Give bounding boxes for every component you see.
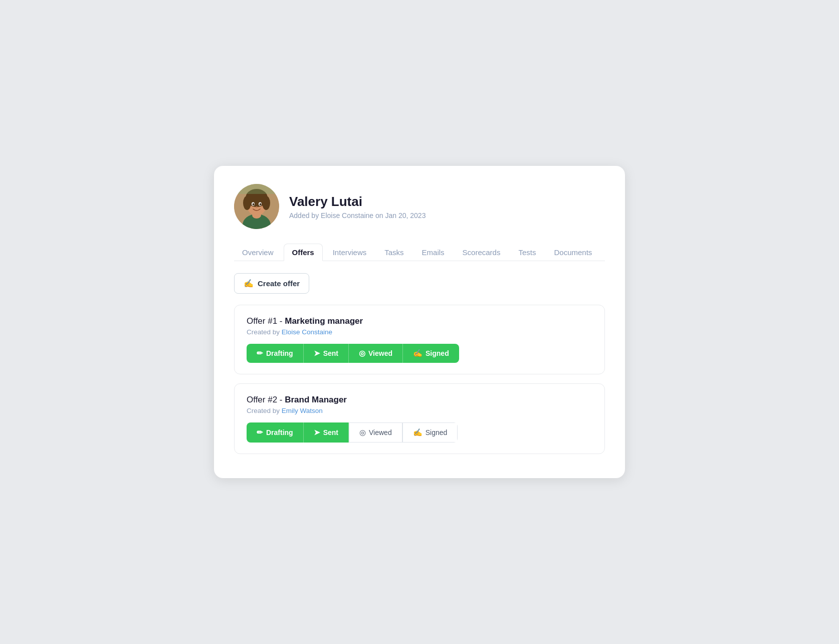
tab-tasks[interactable]: Tasks — [376, 244, 411, 261]
offer-2-role: Brand Manager — [285, 395, 347, 404]
main-card: Valery Lutai Added by Eloise Constaine o… — [214, 166, 625, 478]
drafting-label: Drafting — [266, 349, 293, 357]
profile-subtitle: Added by Eloise Constaine on Jan 20, 202… — [289, 211, 426, 220]
viewed-label-2: Viewed — [369, 428, 392, 437]
create-offer-label: Create offer — [258, 279, 300, 288]
tab-overview[interactable]: Overview — [234, 244, 282, 261]
avatar — [234, 184, 279, 229]
offer-1-step-viewed[interactable]: ◎ Viewed — [349, 344, 403, 363]
offer-1-creator-link[interactable]: Eloise Constaine — [282, 328, 332, 336]
signed-icon: ✍ — [413, 349, 423, 358]
tabs-nav: Overview Offers Interviews Tasks Emails … — [234, 243, 605, 261]
sent-label-2: Sent — [323, 428, 338, 437]
drafting-label-2: Drafting — [266, 428, 293, 437]
signed-icon-2: ✍ — [413, 428, 423, 437]
offer-1-step-sent[interactable]: ➤ Sent — [304, 344, 349, 363]
tab-documents[interactable]: Documents — [546, 244, 600, 261]
tab-offers[interactable]: Offers — [284, 244, 323, 261]
sent-icon-2: ➤ — [314, 428, 320, 437]
offer-1-creator: Created by Eloise Constaine — [247, 328, 592, 336]
svg-point-12 — [256, 206, 258, 208]
offer-2-prefix: Offer #2 - — [247, 395, 285, 404]
sent-icon: ➤ — [314, 349, 320, 358]
offer-2-step-sent[interactable]: ➤ Sent — [304, 422, 349, 443]
profile-info: Valery Lutai Added by Eloise Constaine o… — [289, 194, 426, 220]
offer-1-prefix: Offer #1 - — [247, 316, 285, 326]
create-offer-button[interactable]: ✍ Create offer — [234, 273, 309, 294]
drafting-icon-2: ✏ — [257, 428, 263, 437]
offer-1-status-bar: ✏ Drafting ➤ Sent ◎ Viewed ✍ Signed — [247, 344, 459, 363]
offer-1-step-signed[interactable]: ✍ Signed — [403, 344, 459, 363]
drafting-icon: ✏ — [257, 349, 263, 358]
offer-1-title: Offer #1 - Marketing manager — [247, 316, 592, 326]
signed-label: Signed — [426, 349, 449, 357]
viewed-icon-2: ◎ — [359, 428, 366, 437]
offer-1-role: Marketing manager — [285, 316, 363, 326]
profile-name: Valery Lutai — [289, 194, 426, 209]
tab-scorecards[interactable]: Scorecards — [455, 244, 509, 261]
create-offer-icon: ✍ — [244, 279, 254, 288]
offer-2-status-bar: ✏ Drafting ➤ Sent ◎ Viewed ✍ Signed — [247, 422, 458, 443]
signed-label-2: Signed — [426, 428, 448, 437]
offer-card-2: Offer #2 - Brand Manager Created by Emil… — [234, 383, 605, 454]
offer-card-1: Offer #1 - Marketing manager Created by … — [234, 305, 605, 374]
svg-point-10 — [253, 203, 255, 205]
viewed-icon: ◎ — [359, 349, 365, 358]
viewed-label: Viewed — [368, 349, 392, 357]
svg-rect-13 — [234, 184, 279, 194]
svg-point-11 — [260, 203, 262, 205]
tab-interviews[interactable]: Interviews — [325, 244, 375, 261]
sent-label: Sent — [323, 349, 338, 357]
offer-2-step-viewed[interactable]: ◎ Viewed — [349, 422, 402, 443]
offer-2-creator: Created by Emily Watson — [247, 407, 592, 414]
offer-2-step-drafting[interactable]: ✏ Drafting — [247, 422, 304, 443]
offer-1-step-drafting[interactable]: ✏ Drafting — [247, 344, 304, 363]
profile-section: Valery Lutai Added by Eloise Constaine o… — [234, 184, 605, 229]
tab-tests[interactable]: Tests — [510, 244, 544, 261]
tab-emails[interactable]: Emails — [414, 244, 453, 261]
offer-2-title: Offer #2 - Brand Manager — [247, 395, 592, 405]
offer-2-step-signed[interactable]: ✍ Signed — [402, 422, 458, 443]
offer-2-creator-link[interactable]: Emily Watson — [282, 407, 323, 414]
